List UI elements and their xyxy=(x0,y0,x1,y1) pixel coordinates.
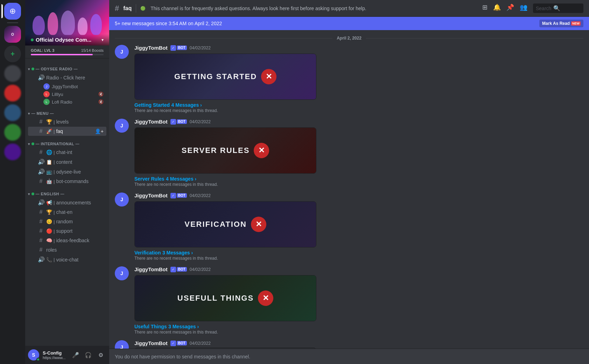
server-icon-other5[interactable] xyxy=(4,144,21,160)
category-arrow: ▾ xyxy=(28,112,30,115)
channel-emoji: 😊 xyxy=(46,219,52,224)
thread-meta: There are no recent messages in this thr… xyxy=(134,182,583,187)
message-group: J JiggyTomBot ✓ BOT 04/02/2022 SERVER RU… xyxy=(109,116,589,190)
channel-name-faq: faq xyxy=(56,128,63,134)
message-author: JiggyTomBot xyxy=(134,45,168,51)
message-timestamp: 04/02/2022 xyxy=(190,267,211,272)
message-content: JiggyTomBot ✓ BOT 04/02/2022 SERVER RULE… xyxy=(134,119,583,187)
channel-roles[interactable]: # roles xyxy=(28,245,106,254)
server-icon-other2[interactable] xyxy=(4,85,21,102)
channel-announcements[interactable]: 🔊 📢 | announcements xyxy=(28,198,106,207)
channel-ideas-feedback[interactable]: # 🧠 | ideas-feedback xyxy=(28,236,106,245)
channel-pipe: | xyxy=(54,257,55,262)
pin-icon[interactable]: 📌 xyxy=(506,4,514,13)
channel-faq[interactable]: # 🚀 | faq 👤+ xyxy=(28,127,106,136)
embed-image: VERIFICATION ✕ xyxy=(135,202,316,247)
embed-title: SERVER RULES xyxy=(182,146,250,155)
thread-count[interactable]: 3 Messages › xyxy=(168,324,199,329)
category-label: — ODYSEE RADIO — xyxy=(36,67,78,71)
channel-bot-commands[interactable]: # 🤖 | bot-commands xyxy=(28,177,106,186)
channel-name: chat-int xyxy=(56,149,72,155)
channel-pipe: | xyxy=(54,169,55,174)
channel-pipe: | xyxy=(54,210,55,215)
category-label: — MENU — xyxy=(31,111,54,115)
mark-as-read-button[interactable]: Mark As Read NEW xyxy=(539,20,583,27)
server-header[interactable]: Official Odysee Com... ▾ xyxy=(25,0,109,46)
hash-grid-icon[interactable]: ⊞ xyxy=(482,4,488,13)
hash-icon: # xyxy=(38,178,44,184)
boost-bar-background xyxy=(31,54,104,55)
thread-count[interactable]: 4 Messages › xyxy=(166,176,196,182)
channel-header-icons: ⊞ 🔔 📌 👥 Search 🔍 xyxy=(482,4,583,13)
sub-user-lilllyu[interactable]: L Lilllyu 🔇 xyxy=(28,90,106,98)
embed-title: VERIFICATION xyxy=(184,220,247,229)
chevron-down-icon: ▾ xyxy=(101,37,104,42)
search-bar[interactable]: Search 🔍 xyxy=(533,4,583,13)
settings-button[interactable]: ⚙ xyxy=(95,349,106,360)
channel-emoji: 🚀 xyxy=(46,128,52,134)
channel-status-dot: 🟢 xyxy=(140,6,146,11)
messages-area[interactable]: April 2, 2022 J JiggyTomBot ✓ BOT 04/02/… xyxy=(109,30,589,349)
main-content: # faq 🟢 This channel is for frequently a… xyxy=(109,0,589,364)
headphones-button[interactable]: 🎧 xyxy=(83,349,94,360)
server-icon-other1[interactable] xyxy=(4,65,21,82)
thread-count[interactable]: 3 Messages › xyxy=(162,250,193,255)
thread-title[interactable]: Server Rules xyxy=(134,176,164,182)
server-icon-other4[interactable] xyxy=(4,124,21,141)
channel-name: voice-chat xyxy=(56,257,78,262)
category-english[interactable]: ▾ — ENGLISH — xyxy=(25,186,109,197)
server-icon-add[interactable]: + xyxy=(4,46,21,62)
mic-button[interactable]: 🎤 xyxy=(70,349,81,360)
embed-title: USEFULL THINGS xyxy=(177,294,254,303)
category-label: — INTERNATIONAL — xyxy=(36,142,79,146)
channel-chat-en[interactable]: # 🏆 | chat-en xyxy=(28,208,106,217)
verified-icon: ✓ xyxy=(170,45,176,51)
category-menu[interactable]: ▾ — MENU — xyxy=(25,106,109,117)
date-divider: April 2, 2022 xyxy=(109,30,589,42)
server-icon-other3[interactable] xyxy=(4,104,21,121)
channel-content[interactable]: 🔊 📋 | content xyxy=(28,157,106,167)
channel-emoji: 🔴 xyxy=(46,228,52,234)
channel-voice-chat[interactable]: 🔊 📞 | voice-chat xyxy=(28,255,106,264)
channel-radio-click-here[interactable]: 🔊 Radio - Click here xyxy=(28,73,106,82)
author-badges: ✓ BOT xyxy=(170,119,187,125)
server-icon-odysee[interactable]: O xyxy=(4,26,21,43)
category-odysee-radio[interactable]: ▾ — ODYSEE RADIO — xyxy=(25,61,109,72)
thread-info: Verification 3 Messages › There are no r… xyxy=(134,250,583,261)
channel-chat-int[interactable]: # 🌐 | chat-int xyxy=(28,148,106,157)
sidebar: Official Odysee Com... ▾ GOAL: LVL 3 15/… xyxy=(25,0,109,364)
thread-title[interactable]: Useful Things xyxy=(134,324,167,329)
category-status-dot xyxy=(31,68,34,70)
sub-user-avatar: L xyxy=(43,99,50,105)
discord-home-icon[interactable]: ⊕ xyxy=(4,3,21,20)
channel-odysee-live[interactable]: 🔊 📺 | odysee-live xyxy=(28,167,106,176)
channel-name: random xyxy=(56,219,72,224)
voice-channel-icon: 🔊 xyxy=(38,168,44,175)
user-display-name: S-Config xyxy=(43,350,69,356)
bell-icon[interactable]: 🔔 xyxy=(493,4,501,13)
channels-list: ▾ — ODYSEE RADIO — 🔊 Radio - Click here … xyxy=(25,58,109,346)
odysee-logo: ✕ xyxy=(251,217,266,232)
new-messages-banner[interactable]: 5+ new messages since 3:54 AM on April 2… xyxy=(109,17,589,30)
channel-support[interactable]: # 🔴 | support xyxy=(28,226,106,236)
channel-pipe: | xyxy=(54,238,55,243)
message-author: JiggyTomBot xyxy=(134,266,168,272)
verified-icon: ✓ xyxy=(170,341,176,346)
channel-name: chat-en xyxy=(56,209,72,215)
thread-title[interactable]: Getting Started xyxy=(134,102,170,108)
thread-meta: There are no recent messages in this thr… xyxy=(134,256,583,261)
hash-icon: # xyxy=(38,247,44,253)
thread-title[interactable]: Verification xyxy=(134,250,161,255)
user-tag: https://www... xyxy=(43,356,69,360)
channel-levels[interactable]: # 🏆 | levels xyxy=(28,117,106,126)
thread-count[interactable]: 4 Messages › xyxy=(171,102,202,108)
category-international[interactable]: ▾ — INTERNATIONAL — xyxy=(25,136,109,147)
sub-user-lofi-radio[interactable]: L Lofi Radio 🔇 xyxy=(28,98,106,106)
sub-user-jiggytombot[interactable]: J JiggyTomBot xyxy=(28,83,106,90)
new-messages-text: 5+ new messages since 3:54 AM on April 2… xyxy=(115,21,222,26)
avatar: J xyxy=(115,340,129,349)
message-author: JiggyTomBot xyxy=(134,119,168,125)
hash-icon: # xyxy=(38,119,44,125)
channel-random[interactable]: # 😊 | random xyxy=(28,217,106,226)
members-icon[interactable]: 👥 xyxy=(520,4,527,13)
